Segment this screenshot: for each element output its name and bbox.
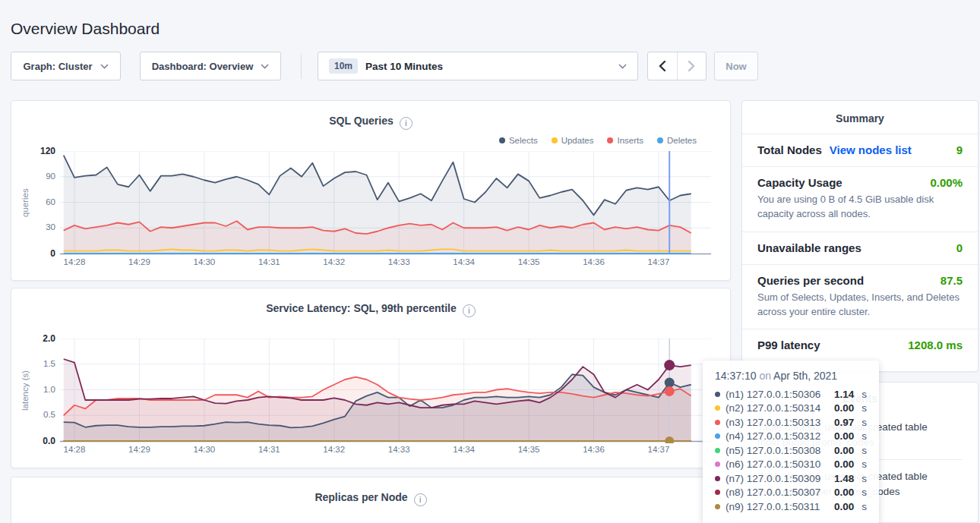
x-tick-label: 14:28 bbox=[64, 257, 86, 266]
node-color-dot-icon bbox=[715, 448, 720, 453]
y-tick-label: 2.0 bbox=[30, 333, 55, 344]
plot-svg[interactable] bbox=[60, 339, 712, 443]
summary-panel: Summary Total NodesView nodes list9Capac… bbox=[741, 100, 978, 372]
legend-item[interactable]: Deletes bbox=[657, 136, 697, 145]
legend-item[interactable]: Selects bbox=[499, 136, 538, 145]
summary-row: Queries per second87.5Sum of Selects, Up… bbox=[742, 264, 978, 329]
plot-svg[interactable] bbox=[60, 151, 712, 256]
y-tick-label: 60 bbox=[30, 197, 55, 206]
x-tick-label: 14:35 bbox=[518, 445, 540, 454]
x-tick-label: 14:33 bbox=[388, 257, 410, 266]
y-tick-label: 0.0 bbox=[30, 436, 55, 446]
summary-row: Unavailable ranges0 bbox=[742, 232, 978, 264]
node-color-dot-icon bbox=[715, 433, 720, 439]
legend-label: Selects bbox=[509, 136, 538, 145]
node-color-dot-icon bbox=[715, 504, 720, 509]
chevron-right-icon bbox=[688, 61, 695, 71]
latency-unit: s bbox=[861, 430, 867, 442]
summary-title: Summary bbox=[742, 101, 978, 134]
chart-title: Service Latency: SQL, 99th percentilei bbox=[11, 302, 730, 317]
x-tick-label: 14:34 bbox=[453, 257, 475, 266]
y-tick-label: 120 bbox=[30, 146, 55, 156]
now-button[interactable]: Now bbox=[714, 52, 758, 80]
latency-unit: s bbox=[861, 473, 867, 484]
node-color-dot-icon bbox=[715, 405, 720, 411]
legend-label: Deletes bbox=[667, 136, 697, 145]
node-latency-value: 0.97 bbox=[834, 417, 854, 428]
graph-selector-label: Graph: Cluster bbox=[23, 61, 92, 72]
chevron-left-icon bbox=[659, 61, 665, 71]
chevron-down-icon bbox=[100, 64, 109, 69]
tooltip-node-row: (n1) 127.0.0.1:503061.14s bbox=[715, 387, 867, 402]
y-tick-label: 90 bbox=[30, 172, 55, 181]
time-forward-button[interactable] bbox=[677, 52, 707, 80]
node-latency-value: 0.00 bbox=[834, 430, 854, 442]
node-address: (n5) 127.0.0.1:50308 bbox=[726, 445, 829, 456]
x-tick-label: 14:30 bbox=[193, 445, 215, 454]
view-nodes-list-link[interactable]: View nodes list bbox=[830, 143, 912, 156]
chart-hover-tooltip: 14:37:10 on Apr 5th, 2021 (n1) 127.0.0.1… bbox=[703, 361, 879, 523]
latency-unit: s bbox=[861, 487, 867, 498]
graph-selector[interactable]: Graph: Cluster bbox=[11, 52, 121, 80]
latency-unit: s bbox=[861, 402, 867, 414]
node-address: (n6) 127.0.0.1:50310 bbox=[726, 458, 829, 470]
summary-row: Capacity Usage0.00%You are using 0 B of … bbox=[742, 166, 978, 232]
latency-unit: s bbox=[861, 389, 867, 400]
summary-rows: Total NodesView nodes list9Capacity Usag… bbox=[742, 134, 978, 361]
x-tick-label: 14:33 bbox=[388, 445, 410, 454]
legend-item[interactable]: Inserts bbox=[607, 136, 643, 145]
x-tick-label: 14:35 bbox=[518, 257, 540, 266]
tooltip-node-row: (n5) 127.0.0.1:503080.00s bbox=[715, 443, 867, 458]
legend-label: Inserts bbox=[617, 136, 643, 145]
x-tick-label: 14:29 bbox=[128, 445, 150, 454]
legend-dot-icon bbox=[657, 137, 663, 143]
node-address: (n2) 127.0.0.1:50314 bbox=[726, 402, 829, 414]
y-tick-label: 0.5 bbox=[30, 410, 55, 419]
legend-dot-icon bbox=[607, 137, 613, 143]
y-tick-label: 1.5 bbox=[30, 359, 55, 368]
latency-unit: s bbox=[861, 458, 867, 470]
legend-label: Updates bbox=[561, 136, 594, 145]
summary-label: Total Nodes bbox=[757, 143, 822, 156]
latency-unit: s bbox=[861, 445, 867, 456]
replicas-per-node-chart-card: Replicas per Nodei bbox=[11, 477, 731, 523]
chart-legend: SelectsUpdatesInsertsDeletes bbox=[499, 136, 697, 145]
page-title: Overview Dashboard bbox=[11, 20, 160, 38]
y-tick-label: 0 bbox=[30, 248, 55, 259]
service-latency-chart-card: Service Latency: SQL, 99th percentilei l… bbox=[11, 288, 731, 468]
node-address: (n3) 127.0.0.1:50313 bbox=[726, 417, 829, 428]
summary-value: 87.5 bbox=[940, 274, 963, 287]
summary-label: Capacity Usage bbox=[757, 176, 842, 189]
node-color-dot-icon bbox=[715, 490, 720, 495]
y-tick-label: 30 bbox=[30, 222, 55, 232]
node-latency-value: 1.48 bbox=[834, 473, 854, 484]
dashboard-selector[interactable]: Dashboard: Overview bbox=[140, 52, 281, 80]
tooltip-timestamp: 14:37:10 on Apr 5th, 2021 bbox=[715, 370, 867, 382]
node-color-dot-icon bbox=[715, 420, 720, 425]
tooltip-node-row: (n7) 127.0.0.1:503091.48s bbox=[715, 471, 867, 486]
info-icon[interactable]: i bbox=[414, 493, 427, 506]
latency-unit: s bbox=[861, 501, 867, 512]
x-tick-label: 14:31 bbox=[258, 257, 280, 266]
node-latency-value: 0.00 bbox=[834, 487, 854, 498]
info-icon[interactable]: i bbox=[463, 304, 476, 317]
chart-title: SQL Queriesi bbox=[11, 115, 730, 130]
tooltip-node-row: (n2) 127.0.0.1:503140.00s bbox=[715, 402, 867, 416]
summary-description: Sum of Selects, Updates, Inserts, and De… bbox=[757, 291, 963, 320]
summary-row: P99 latency1208.0 ms bbox=[742, 329, 978, 361]
chart-title: Replicas per Nodei bbox=[11, 491, 730, 506]
summary-label: P99 latency bbox=[757, 339, 820, 351]
time-range-selector[interactable]: 10m Past 10 Minutes bbox=[318, 52, 638, 80]
chevron-down-icon bbox=[618, 64, 627, 69]
summary-value: 9 bbox=[956, 143, 963, 156]
legend-item[interactable]: Updates bbox=[552, 136, 594, 145]
legend-dot-icon bbox=[552, 137, 558, 143]
x-tick-label: 14:34 bbox=[453, 445, 475, 454]
summary-label: Unavailable ranges bbox=[757, 241, 861, 254]
tooltip-node-row: (n8) 127.0.0.1:503070.00s bbox=[715, 486, 867, 500]
x-tick-label: 14:36 bbox=[583, 257, 605, 266]
time-step-button-group bbox=[647, 52, 707, 80]
info-icon[interactable]: i bbox=[400, 117, 413, 130]
time-backward-button[interactable] bbox=[648, 52, 677, 80]
time-range-label: Past 10 Minutes bbox=[365, 61, 443, 72]
